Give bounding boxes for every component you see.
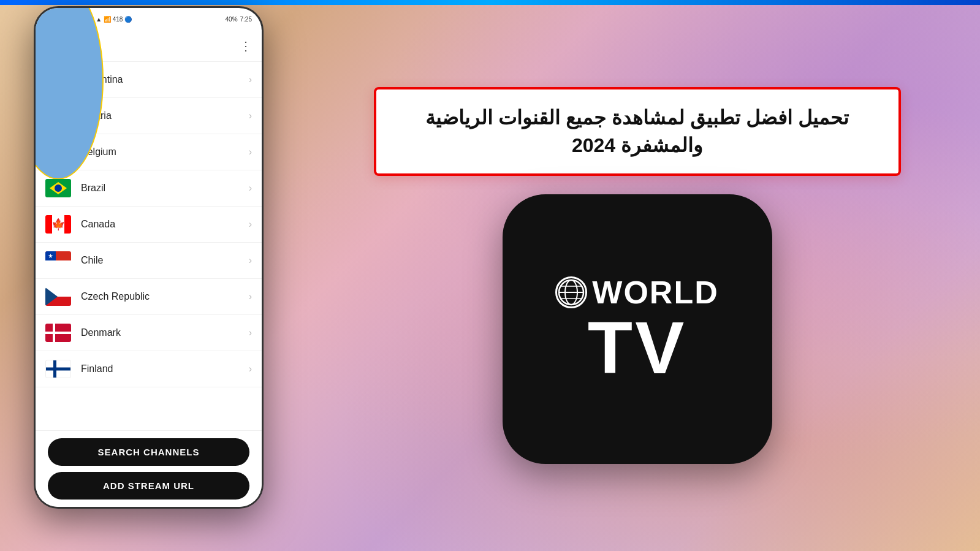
phone-mockup: Vodafone HD ▲▲▲ 📶 418 🔵 40% 7:25 World T…	[34, 6, 264, 509]
globe-icon	[555, 276, 587, 308]
chevron-icon-denmark: ›	[249, 327, 252, 338]
country-name-brazil: Brazil	[81, 183, 249, 194]
status-right: 40% 7:25	[226, 16, 252, 23]
phone-screen: World TV ⋮ Argentina › Austria ›	[36, 30, 262, 507]
menu-button[interactable]: ⋮	[240, 39, 252, 53]
battery-text: 40%	[226, 16, 238, 23]
country-name-denmark: Denmark	[81, 327, 249, 338]
flag-canada: 🍁	[45, 215, 71, 234]
chevron-icon-canada: ›	[249, 219, 252, 230]
country-item-chile[interactable]: ★ Chile ›	[36, 243, 262, 279]
country-item-czech[interactable]: Czech Republic ›	[36, 279, 262, 315]
chevron-icon-chile: ›	[249, 255, 252, 266]
flag-finland	[45, 360, 71, 378]
chevron-icon-belgium: ›	[249, 146, 252, 158]
flag-brazil	[45, 179, 71, 197]
country-name-finland: Finland	[81, 363, 249, 374]
country-name-czech: Czech Republic	[81, 291, 249, 302]
chevron-icon-czech: ›	[249, 291, 252, 302]
arabic-text: تحميل افضل تطبيق لمشاهدة جميع القنوات ال…	[401, 104, 874, 159]
country-item-canada[interactable]: 🍁 Canada ›	[36, 207, 262, 243]
flag-chile: ★	[45, 251, 71, 270]
country-item-argentina[interactable]: Argentina ›	[36, 62, 262, 98]
chevron-icon-austria: ›	[249, 110, 252, 121]
chevron-icon-brazil: ›	[249, 183, 252, 194]
flag-argentina	[45, 70, 71, 89]
flag-czech	[45, 287, 71, 306]
flag-denmark	[45, 324, 71, 342]
worldtv-logo: WORLD TV	[503, 194, 772, 464]
bottom-buttons: SEARCH CHANNELS ADD STREAM URL	[36, 430, 262, 507]
logo-world-row: WORLD	[555, 274, 718, 311]
logo-tv-text: TV	[588, 311, 686, 384]
country-item-denmark[interactable]: Denmark ›	[36, 315, 262, 351]
right-content: تحميل افضل تطبيق لمشاهدة جميع القنوات ال…	[294, 0, 980, 551]
country-name-austria: Austria	[81, 110, 249, 121]
chevron-icon-finland: ›	[249, 363, 252, 374]
country-item-finland[interactable]: Finland ›	[36, 351, 262, 387]
arabic-text-box: تحميل افضل تطبيق لمشاهدة جميع القنوات ال…	[374, 87, 901, 177]
country-name-argentina: Argentina	[81, 74, 249, 85]
search-channels-button[interactable]: SEARCH CHANNELS	[48, 438, 249, 466]
logo-world-text: WORLD	[592, 274, 718, 311]
chevron-icon-argentina: ›	[249, 74, 252, 85]
country-name-belgium: Belgium	[81, 146, 249, 158]
time-text: 7:25	[240, 16, 252, 23]
country-list: Argentina › Austria › Belgium ›	[36, 62, 262, 430]
country-name-chile: Chile	[81, 255, 249, 266]
country-name-canada: Canada	[81, 219, 249, 230]
add-stream-button[interactable]: ADD STREAM URL	[48, 472, 249, 500]
